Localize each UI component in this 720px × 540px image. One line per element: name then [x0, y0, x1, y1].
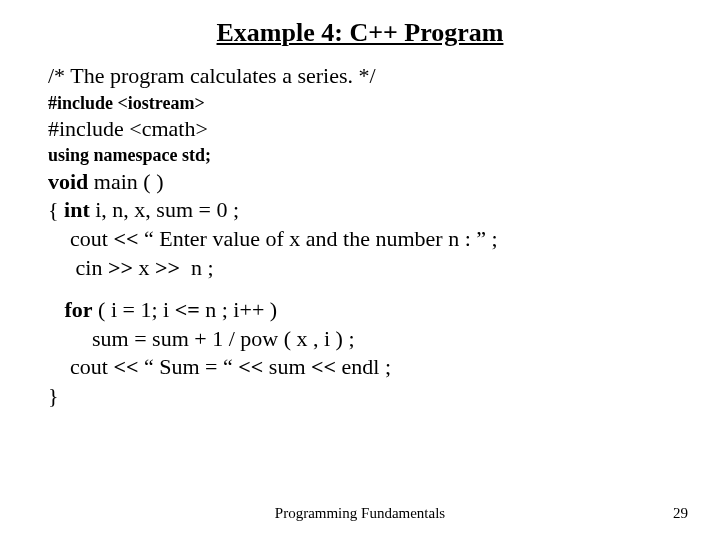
cout2-e: sum — [263, 354, 311, 379]
cout2-c: “ Sum = “ — [138, 354, 238, 379]
cin-e: n ; — [180, 255, 214, 280]
code-line-cout1: cout << “ Enter value of x and the numbe… — [48, 225, 672, 254]
code-line-comment: /* The program calculates a series. */ — [48, 62, 672, 91]
code-line-main: void main ( ) — [48, 168, 672, 197]
vars: i, n, x, sum = 0 ; — [90, 197, 239, 222]
code-line-cout2: cout << “ Sum = “ << sum << endl ; — [48, 353, 672, 382]
brace-open: { — [48, 197, 64, 222]
cin-a: cin — [48, 255, 108, 280]
cin-c: x — [133, 255, 155, 280]
op-gtgt-1: >> — [108, 255, 133, 280]
slide-title: Example 4: C++ Program — [48, 18, 672, 48]
page-number: 29 — [673, 505, 688, 522]
cout2-a: cout — [48, 354, 113, 379]
for-indent — [48, 297, 65, 322]
for-c: ( i = 1; i — [93, 297, 175, 322]
code-line-decl: { int i, n, x, sum = 0 ; — [48, 196, 672, 225]
slide: Example 4: C++ Program /* The program ca… — [0, 0, 720, 540]
kw-for: for — [65, 297, 93, 322]
op-le: <= — [175, 297, 200, 322]
cout1-c: “ Enter value of x and the number n : ” … — [138, 226, 497, 251]
kw-int: int — [64, 197, 90, 222]
code-line-sum: sum = sum + 1 / pow ( x , i ) ; — [48, 325, 672, 354]
cout1-a: cout — [48, 226, 113, 251]
op-ltlt-3: << — [238, 354, 263, 379]
cout2-g: endl ; — [336, 354, 391, 379]
code-line-using: using namespace std; — [48, 143, 672, 167]
op-gtgt-2: >> — [155, 255, 180, 280]
code-line-for: for ( i = 1; i <= n ; i++ ) — [48, 296, 672, 325]
footer-title: Programming Fundamentals — [0, 505, 720, 522]
main-decl: main ( ) — [88, 169, 163, 194]
code-line-include-1: #include <iostream> — [48, 91, 672, 115]
for-e: n ; i++ ) — [200, 297, 277, 322]
code-line-close: } — [48, 382, 672, 411]
code-line-include-2: #include <cmath> — [48, 115, 672, 144]
kw-void: void — [48, 169, 88, 194]
op-ltlt-4: << — [311, 354, 336, 379]
op-ltlt-1: << — [113, 226, 138, 251]
op-ltlt-2: << — [113, 354, 138, 379]
code-line-cin: cin >> x >> n ; — [48, 254, 672, 283]
